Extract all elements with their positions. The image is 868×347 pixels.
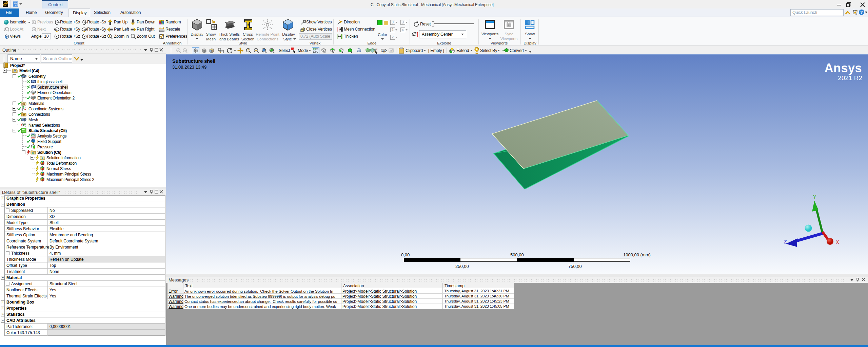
svg-text:100: 100 [381, 50, 386, 52]
svg-text:Z: Z [784, 239, 787, 244]
svg-text:x.y.z: x.y.z [373, 48, 377, 50]
svg-text:Y: Y [813, 194, 816, 200]
svg-text:?: ? [860, 10, 863, 15]
svg-text:X: X [836, 239, 839, 245]
